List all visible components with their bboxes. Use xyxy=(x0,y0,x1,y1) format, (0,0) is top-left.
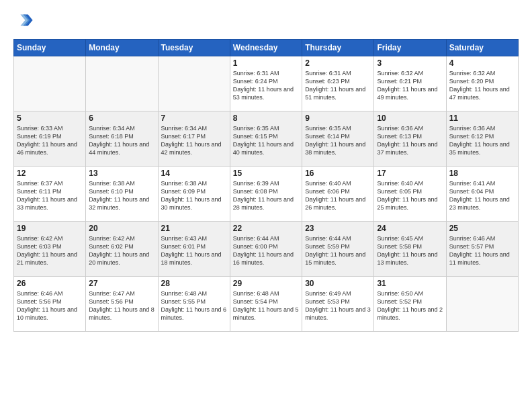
day-info: Sunrise: 6:35 AM Sunset: 6:14 PM Dayligh… xyxy=(305,124,371,157)
calendar-day-cell: 30Sunrise: 6:49 AM Sunset: 5:53 PM Dayli… xyxy=(302,277,374,332)
calendar-day-cell: 16Sunrise: 6:40 AM Sunset: 6:06 PM Dayli… xyxy=(302,167,374,222)
day-number: 4 xyxy=(449,58,515,68)
calendar-day-cell: 26Sunrise: 6:46 AM Sunset: 5:56 PM Dayli… xyxy=(14,277,86,332)
day-number: 25 xyxy=(449,224,515,233)
day-info: Sunrise: 6:50 AM Sunset: 5:52 PM Dayligh… xyxy=(377,289,443,322)
day-number: 26 xyxy=(17,279,83,288)
day-number: 21 xyxy=(161,224,227,233)
day-number: 27 xyxy=(89,279,154,288)
day-info: Sunrise: 6:42 AM Sunset: 6:02 PM Dayligh… xyxy=(89,234,154,267)
calendar-day-cell: 20Sunrise: 6:42 AM Sunset: 6:02 PM Dayli… xyxy=(86,222,158,277)
header xyxy=(13,11,519,32)
day-number: 29 xyxy=(233,279,299,288)
day-number: 9 xyxy=(305,113,371,123)
calendar-day-cell xyxy=(14,56,86,111)
calendar-day-cell: 29Sunrise: 6:48 AM Sunset: 5:54 PM Dayli… xyxy=(230,277,302,332)
day-number: 17 xyxy=(377,169,443,178)
day-number: 19 xyxy=(17,224,83,233)
weekday-header-thursday: Thursday xyxy=(302,40,374,56)
day-info: Sunrise: 6:35 AM Sunset: 6:15 PM Dayligh… xyxy=(233,124,299,157)
calendar-day-cell: 21Sunrise: 6:43 AM Sunset: 6:01 PM Dayli… xyxy=(158,222,230,277)
calendar-day-cell: 18Sunrise: 6:41 AM Sunset: 6:04 PM Dayli… xyxy=(446,167,518,222)
calendar-day-cell xyxy=(158,56,230,111)
weekday-header-tuesday: Tuesday xyxy=(158,40,230,56)
day-info: Sunrise: 6:31 AM Sunset: 6:23 PM Dayligh… xyxy=(305,69,371,102)
calendar-day-cell: 11Sunrise: 6:36 AM Sunset: 6:12 PM Dayli… xyxy=(446,111,518,167)
day-info: Sunrise: 6:47 AM Sunset: 5:56 PM Dayligh… xyxy=(89,289,154,322)
calendar-day-cell xyxy=(446,277,518,332)
calendar-week-row: 5Sunrise: 6:33 AM Sunset: 6:19 PM Daylig… xyxy=(14,111,519,167)
day-number: 6 xyxy=(89,113,154,123)
day-number: 24 xyxy=(377,224,443,233)
calendar-day-cell: 17Sunrise: 6:40 AM Sunset: 6:05 PM Dayli… xyxy=(374,167,446,222)
calendar-day-cell: 13Sunrise: 6:38 AM Sunset: 6:10 PM Dayli… xyxy=(86,167,158,222)
page: SundayMondayTuesdayWednesdayThursdayFrid… xyxy=(0,0,532,411)
day-info: Sunrise: 6:34 AM Sunset: 6:17 PM Dayligh… xyxy=(161,124,227,157)
calendar-day-cell: 3Sunrise: 6:32 AM Sunset: 6:21 PM Daylig… xyxy=(374,56,446,111)
calendar-day-cell: 6Sunrise: 6:34 AM Sunset: 6:18 PM Daylig… xyxy=(86,111,158,167)
calendar-day-cell: 9Sunrise: 6:35 AM Sunset: 6:14 PM Daylig… xyxy=(302,111,374,167)
day-number: 20 xyxy=(89,224,154,233)
logo xyxy=(13,11,34,32)
day-info: Sunrise: 6:36 AM Sunset: 6:13 PM Dayligh… xyxy=(377,124,443,157)
calendar-day-cell: 4Sunrise: 6:32 AM Sunset: 6:20 PM Daylig… xyxy=(446,56,518,111)
calendar-day-cell: 25Sunrise: 6:46 AM Sunset: 5:57 PM Dayli… xyxy=(446,222,518,277)
day-info: Sunrise: 6:46 AM Sunset: 5:56 PM Dayligh… xyxy=(17,289,83,322)
day-number: 30 xyxy=(305,279,371,288)
day-info: Sunrise: 6:32 AM Sunset: 6:20 PM Dayligh… xyxy=(449,69,515,102)
day-number: 13 xyxy=(89,169,154,178)
logo-icon xyxy=(15,11,34,30)
day-info: Sunrise: 6:40 AM Sunset: 6:05 PM Dayligh… xyxy=(377,179,443,212)
day-info: Sunrise: 6:39 AM Sunset: 6:08 PM Dayligh… xyxy=(233,179,299,212)
day-info: Sunrise: 6:38 AM Sunset: 6:09 PM Dayligh… xyxy=(161,179,227,212)
calendar-day-cell: 31Sunrise: 6:50 AM Sunset: 5:52 PM Dayli… xyxy=(374,277,446,332)
calendar-day-cell: 24Sunrise: 6:45 AM Sunset: 5:58 PM Dayli… xyxy=(374,222,446,277)
day-number: 28 xyxy=(161,279,227,288)
calendar-day-cell: 14Sunrise: 6:38 AM Sunset: 6:09 PM Dayli… xyxy=(158,167,230,222)
calendar-day-cell: 22Sunrise: 6:44 AM Sunset: 6:00 PM Dayli… xyxy=(230,222,302,277)
calendar-day-cell: 5Sunrise: 6:33 AM Sunset: 6:19 PM Daylig… xyxy=(14,111,86,167)
day-info: Sunrise: 6:48 AM Sunset: 5:54 PM Dayligh… xyxy=(233,289,299,322)
calendar-week-row: 1Sunrise: 6:31 AM Sunset: 6:24 PM Daylig… xyxy=(14,56,519,111)
day-info: Sunrise: 6:46 AM Sunset: 5:57 PM Dayligh… xyxy=(449,234,515,267)
calendar-day-cell: 7Sunrise: 6:34 AM Sunset: 6:17 PM Daylig… xyxy=(158,111,230,167)
day-info: Sunrise: 6:42 AM Sunset: 6:03 PM Dayligh… xyxy=(17,234,83,267)
day-number: 14 xyxy=(161,169,227,178)
day-info: Sunrise: 6:43 AM Sunset: 6:01 PM Dayligh… xyxy=(161,234,227,267)
day-number: 16 xyxy=(305,169,371,178)
day-number: 7 xyxy=(161,113,227,123)
day-number: 11 xyxy=(449,113,515,123)
day-info: Sunrise: 6:34 AM Sunset: 6:18 PM Dayligh… xyxy=(89,124,154,157)
calendar-day-cell: 10Sunrise: 6:36 AM Sunset: 6:13 PM Dayli… xyxy=(374,111,446,167)
day-info: Sunrise: 6:37 AM Sunset: 6:11 PM Dayligh… xyxy=(17,179,83,212)
weekday-header-sunday: Sunday xyxy=(14,40,86,56)
weekday-header-saturday: Saturday xyxy=(446,40,518,56)
day-info: Sunrise: 6:44 AM Sunset: 6:00 PM Dayligh… xyxy=(233,234,299,267)
day-info: Sunrise: 6:31 AM Sunset: 6:24 PM Dayligh… xyxy=(233,69,299,102)
day-number: 2 xyxy=(305,58,371,68)
calendar-table: SundayMondayTuesdayWednesdayThursdayFrid… xyxy=(13,39,519,332)
day-number: 3 xyxy=(377,58,443,68)
weekday-header-monday: Monday xyxy=(86,40,158,56)
calendar-week-row: 19Sunrise: 6:42 AM Sunset: 6:03 PM Dayli… xyxy=(14,222,519,277)
calendar-day-cell: 12Sunrise: 6:37 AM Sunset: 6:11 PM Dayli… xyxy=(14,167,86,222)
day-number: 5 xyxy=(17,113,83,123)
weekday-header-row: SundayMondayTuesdayWednesdayThursdayFrid… xyxy=(14,40,519,56)
weekday-header-friday: Friday xyxy=(374,40,446,56)
day-info: Sunrise: 6:44 AM Sunset: 5:59 PM Dayligh… xyxy=(305,234,371,267)
day-info: Sunrise: 6:45 AM Sunset: 5:58 PM Dayligh… xyxy=(377,234,443,267)
day-info: Sunrise: 6:41 AM Sunset: 6:04 PM Dayligh… xyxy=(449,179,515,212)
day-number: 10 xyxy=(377,113,443,123)
day-info: Sunrise: 6:32 AM Sunset: 6:21 PM Dayligh… xyxy=(377,69,443,102)
calendar-day-cell: 19Sunrise: 6:42 AM Sunset: 6:03 PM Dayli… xyxy=(14,222,86,277)
calendar-day-cell: 28Sunrise: 6:48 AM Sunset: 5:55 PM Dayli… xyxy=(158,277,230,332)
calendar-day-cell: 27Sunrise: 6:47 AM Sunset: 5:56 PM Dayli… xyxy=(86,277,158,332)
day-number: 22 xyxy=(233,224,299,233)
calendar-week-row: 12Sunrise: 6:37 AM Sunset: 6:11 PM Dayli… xyxy=(14,167,519,222)
day-info: Sunrise: 6:40 AM Sunset: 6:06 PM Dayligh… xyxy=(305,179,371,212)
day-info: Sunrise: 6:33 AM Sunset: 6:19 PM Dayligh… xyxy=(17,124,83,157)
day-info: Sunrise: 6:48 AM Sunset: 5:55 PM Dayligh… xyxy=(161,289,227,322)
calendar-day-cell xyxy=(86,56,158,111)
calendar-day-cell: 15Sunrise: 6:39 AM Sunset: 6:08 PM Dayli… xyxy=(230,167,302,222)
day-info: Sunrise: 6:49 AM Sunset: 5:53 PM Dayligh… xyxy=(305,289,371,322)
